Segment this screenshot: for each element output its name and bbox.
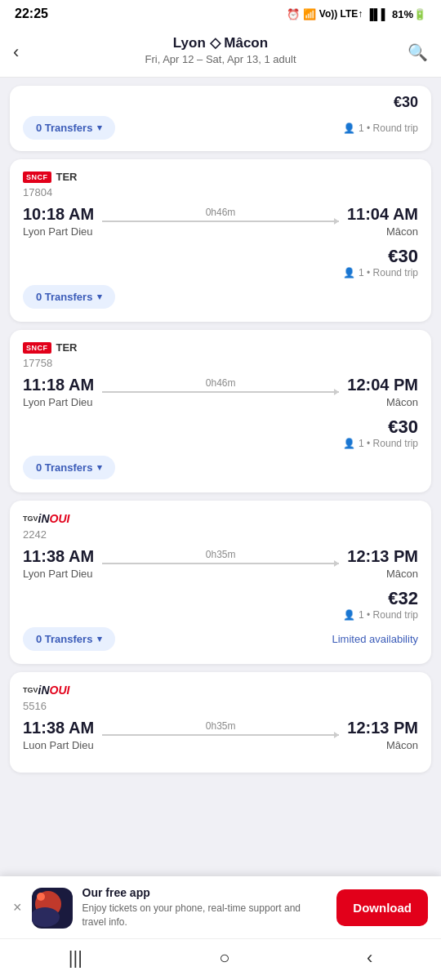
transfers-button-1[interactable]: 0 Transfers ▾ — [23, 456, 115, 479]
bottom-row-0: 0 Transfers ▾ — [23, 285, 418, 309]
nav-menu-icon[interactable]: ||| — [69, 947, 82, 969]
partial-price: €30 — [394, 94, 418, 111]
price-row-0: €30 👤 1 • Round trip — [23, 246, 418, 278]
bottom-nav: ||| ○ ‹ — [0, 938, 441, 980]
train-number-2: 2242 — [23, 528, 418, 541]
price-detail-0: 👤 1 • Round trip — [343, 267, 418, 278]
departure-station-0: Lyon Part Dieu — [23, 225, 93, 238]
banner-close-button[interactable]: × — [13, 899, 22, 916]
journey-row-0: 10:18 AM 0h46m 11:04 AM — [23, 205, 418, 224]
duration-section-0: 0h46m — [94, 207, 347, 222]
duration-section-2: 0h35m — [94, 549, 347, 564]
train-card-3: TGV iNOUI 5516 11:38 AM 0h35m 12:13 PM L… — [10, 672, 431, 773]
page-title: Lyon ◇ Mâcon — [41, 34, 400, 51]
train-card-2: TGV iNOUI 2242 11:38 AM 0h35m 12:13 PM L… — [10, 501, 431, 664]
battery-icon: 81%🔋 — [392, 8, 426, 20]
banner-app-icon — [32, 888, 73, 929]
signal-bars-icon: ▐▌▌ — [366, 8, 389, 20]
train-logo-row-1: SNCF TER — [23, 341, 418, 354]
limited-availability-label-2: Limited availability — [332, 633, 419, 645]
price-detail-2: 👤 1 • Round trip — [343, 609, 418, 621]
departure-station-3: Luon Part Dieu — [23, 739, 94, 751]
train-type-0: TER — [56, 171, 78, 183]
status-bar: 22:25 ⏰ 📶 Vo)) LTE↑ ▐▌▌ 81%🔋 — [0, 0, 441, 28]
price-0: €30 — [388, 246, 418, 267]
train-type-1: TER — [56, 341, 78, 354]
wifi-icon: 📶 — [303, 8, 316, 20]
app-banner: × Our free app Enjoy tickets on your pho… — [0, 876, 441, 939]
arrival-station-0: Mâcon — [386, 225, 418, 238]
price-1: €30 — [388, 416, 418, 438]
search-button[interactable]: 🔍 — [408, 42, 428, 62]
train-number-3: 5516 — [23, 700, 418, 712]
transfers-button-0[interactable]: 0 Transfers ▾ — [23, 285, 115, 309]
departure-time-1: 11:18 AM — [23, 376, 94, 394]
chevron-down-icon-1: ▾ — [97, 462, 102, 473]
departure-time-2: 11:38 AM — [23, 547, 94, 566]
tgv-label-3: TGV — [23, 686, 38, 694]
alarm-icon: ⏰ — [287, 8, 300, 20]
train-logo-row-2: TGV iNOUI — [23, 512, 418, 525]
download-button[interactable]: Download — [336, 889, 428, 926]
nav-home-icon[interactable]: ○ — [219, 947, 229, 969]
duration-section-1: 0h46m — [94, 377, 347, 393]
price-row-2: €32 👤 1 • Round trip — [23, 588, 418, 621]
arrival-station-1: Mâcon — [386, 396, 418, 408]
departure-time-3: 11:38 AM — [23, 719, 94, 737]
journey-row-2: 11:38 AM 0h35m 12:13 PM — [23, 547, 418, 566]
stations-row-2: Lyon Part Dieu Mâcon — [23, 568, 418, 580]
banner-icon-dot — [37, 893, 45, 901]
duration-line-3 — [102, 734, 339, 736]
duration-section-3: 0h35m — [94, 720, 347, 736]
back-button[interactable]: ‹ — [13, 42, 19, 63]
header-subtitle: Fri, Apr 12 – Sat, Apr 13, 1 adult — [41, 53, 400, 65]
duration-line-0 — [102, 220, 339, 222]
sncf-logo-0: SNCF — [23, 172, 51, 183]
banner-text-area: Our free app Enjoy tickets on your phone… — [82, 886, 327, 929]
duration-text-3: 0h35m — [206, 720, 236, 732]
chevron-down-icon-0: ▾ — [97, 292, 102, 302]
status-time: 22:25 — [15, 7, 48, 21]
arrival-time-0: 11:04 AM — [347, 205, 418, 224]
banner-icon-bottom — [32, 907, 60, 927]
chevron-down-icon: ▾ — [97, 122, 102, 133]
departure-station-2: Lyon Part Dieu — [23, 568, 93, 580]
banner-title: Our free app — [82, 886, 327, 899]
duration-text-2: 0h35m — [206, 549, 236, 560]
train-card-0: SNCF TER 17804 10:18 AM 0h46m 11:04 AM L… — [10, 159, 431, 322]
person-icon-1: 👤 — [343, 438, 355, 449]
inoui-oui-2: OUI — [50, 512, 70, 525]
duration-line-2 — [102, 563, 339, 564]
transfers-button-partial[interactable]: 0 Transfers ▾ — [23, 116, 115, 140]
departure-time-0: 10:18 AM — [23, 205, 94, 224]
arrival-station-3: Mâcon — [386, 739, 418, 751]
chevron-down-icon-2: ▾ — [97, 634, 102, 644]
train-number-1: 17758 — [23, 357, 418, 369]
train-number-0: 17804 — [23, 186, 418, 198]
signal-icon: Vo)) LTE↑ — [319, 8, 363, 20]
person-icon-0: 👤 — [343, 267, 355, 278]
bottom-row-2: 0 Transfers ▾ Limited availability — [23, 627, 418, 651]
nav-back-icon[interactable]: ‹ — [367, 947, 372, 969]
arrival-station-2: Mâcon — [386, 568, 418, 580]
journey-row-3: 11:38 AM 0h35m 12:13 PM — [23, 719, 418, 737]
status-icons: ⏰ 📶 Vo)) LTE↑ ▐▌▌ 81%🔋 — [287, 8, 426, 20]
departure-station-1: Lyon Part Dieu — [23, 396, 93, 408]
partial-persons: 👤 1 • Round trip — [343, 122, 418, 134]
inoui-logo-2: TGV iNOUI — [23, 512, 69, 525]
inoui-oui-3: OUI — [50, 684, 70, 697]
header: ‹ Lyon ◇ Mâcon Fri, Apr 12 – Sat, Apr 13… — [0, 28, 441, 78]
stations-row-1: Lyon Part Dieu Mâcon — [23, 396, 418, 408]
stations-row-3: Luon Part Dieu Mâcon — [23, 739, 418, 751]
banner-description: Enjoy tickets on your phone, real-time s… — [82, 902, 327, 929]
inoui-in-2: iN — [38, 512, 50, 525]
price-row-1: €30 👤 1 • Round trip — [23, 416, 418, 449]
train-logo-row-3: TGV iNOUI — [23, 684, 418, 697]
inoui-logo-3: TGV iNOUI — [23, 684, 69, 697]
train-card-1: SNCF TER 17758 11:18 AM 0h46m 12:04 PM L… — [10, 330, 431, 492]
stations-row-0: Lyon Part Dieu Mâcon — [23, 225, 418, 238]
bottom-row-1: 0 Transfers ▾ — [23, 456, 418, 479]
transfers-button-2[interactable]: 0 Transfers ▾ — [23, 627, 115, 651]
duration-text-1: 0h46m — [206, 377, 236, 389]
arrival-time-1: 12:04 PM — [347, 376, 418, 394]
